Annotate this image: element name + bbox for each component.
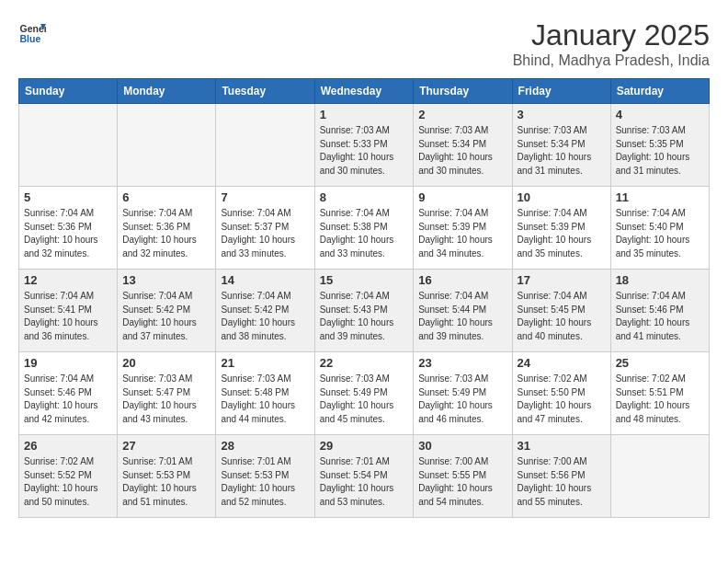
day-number: 2 bbox=[418, 108, 506, 121]
day-number: 13 bbox=[122, 273, 210, 287]
weekday-header-row: SundayMondayTuesdayWednesdayThursdayFrid… bbox=[19, 79, 710, 104]
day-number: 21 bbox=[221, 356, 309, 370]
calendar-cell: 9Sunrise: 7:04 AMSunset: 5:39 PMDaylight… bbox=[414, 187, 512, 270]
day-number: 22 bbox=[320, 356, 409, 370]
day-number: 29 bbox=[320, 439, 409, 453]
day-info: Sunrise: 7:04 AMSunset: 5:42 PMDaylight:… bbox=[221, 290, 309, 343]
day-info: Sunrise: 7:03 AMSunset: 5:33 PMDaylight:… bbox=[320, 124, 409, 178]
calendar-cell: 2Sunrise: 7:03 AMSunset: 5:34 PMDaylight… bbox=[414, 104, 512, 187]
calendar-cell bbox=[118, 104, 216, 187]
title-block: January 2025 Bhind, Madhya Pradesh, Indi… bbox=[513, 18, 710, 69]
calendar-cell: 13Sunrise: 7:04 AMSunset: 5:42 PMDayligh… bbox=[118, 270, 216, 352]
day-info: Sunrise: 7:04 AMSunset: 5:44 PMDaylight:… bbox=[418, 290, 506, 343]
day-info: Sunrise: 7:04 AMSunset: 5:41 PMDaylight:… bbox=[24, 290, 112, 343]
calendar-cell: 8Sunrise: 7:04 AMSunset: 5:38 PMDaylight… bbox=[314, 187, 414, 270]
day-info: Sunrise: 7:04 AMSunset: 5:36 PMDaylight:… bbox=[122, 207, 210, 260]
calendar-cell: 7Sunrise: 7:04 AMSunset: 5:37 PMDaylight… bbox=[216, 187, 314, 270]
weekday-header-friday: Friday bbox=[512, 79, 610, 104]
day-info: Sunrise: 7:02 AMSunset: 5:51 PMDaylight:… bbox=[616, 373, 704, 426]
location-title: Bhind, Madhya Pradesh, India bbox=[513, 52, 710, 69]
calendar-cell: 12Sunrise: 7:04 AMSunset: 5:41 PMDayligh… bbox=[19, 270, 118, 352]
day-info: Sunrise: 7:04 AMSunset: 5:39 PMDaylight:… bbox=[518, 207, 606, 260]
day-number: 6 bbox=[122, 190, 210, 204]
day-info: Sunrise: 7:04 AMSunset: 5:38 PMDaylight:… bbox=[320, 207, 409, 260]
calendar-cell: 11Sunrise: 7:04 AMSunset: 5:40 PMDayligh… bbox=[610, 187, 709, 270]
calendar-cell: 17Sunrise: 7:04 AMSunset: 5:45 PMDayligh… bbox=[512, 270, 610, 352]
day-info: Sunrise: 7:04 AMSunset: 5:42 PMDaylight:… bbox=[122, 290, 210, 343]
calendar-cell: 22Sunrise: 7:03 AMSunset: 5:49 PMDayligh… bbox=[314, 352, 414, 435]
calendar-cell: 16Sunrise: 7:04 AMSunset: 5:44 PMDayligh… bbox=[414, 270, 512, 352]
calendar-cell: 4Sunrise: 7:03 AMSunset: 5:35 PMDaylight… bbox=[610, 104, 709, 187]
day-info: Sunrise: 7:04 AMSunset: 5:36 PMDaylight:… bbox=[24, 207, 112, 260]
calendar-week-row: 1Sunrise: 7:03 AMSunset: 5:33 PMDaylight… bbox=[19, 104, 710, 187]
day-info: Sunrise: 7:00 AMSunset: 5:56 PMDaylight:… bbox=[518, 455, 606, 509]
calendar-cell: 25Sunrise: 7:02 AMSunset: 5:51 PMDayligh… bbox=[610, 352, 709, 435]
day-number: 15 bbox=[320, 273, 409, 287]
calendar-cell: 19Sunrise: 7:04 AMSunset: 5:46 PMDayligh… bbox=[19, 352, 118, 435]
calendar-cell: 20Sunrise: 7:03 AMSunset: 5:47 PMDayligh… bbox=[118, 352, 216, 435]
day-number: 16 bbox=[418, 273, 506, 287]
calendar-cell bbox=[216, 104, 314, 187]
day-info: Sunrise: 7:01 AMSunset: 5:53 PMDaylight:… bbox=[122, 455, 210, 509]
day-info: Sunrise: 7:03 AMSunset: 5:49 PMDaylight:… bbox=[320, 373, 409, 426]
day-number: 31 bbox=[518, 439, 606, 453]
day-info: Sunrise: 7:04 AMSunset: 5:43 PMDaylight:… bbox=[320, 290, 409, 343]
page-header: General Blue January 2025 Bhind, Madhya … bbox=[18, 18, 710, 69]
calendar-cell: 21Sunrise: 7:03 AMSunset: 5:48 PMDayligh… bbox=[216, 352, 314, 435]
calendar-cell: 10Sunrise: 7:04 AMSunset: 5:39 PMDayligh… bbox=[512, 187, 610, 270]
day-number: 14 bbox=[221, 273, 309, 287]
calendar-cell: 5Sunrise: 7:04 AMSunset: 5:36 PMDaylight… bbox=[19, 187, 118, 270]
day-number: 8 bbox=[320, 190, 409, 204]
calendar-cell: 14Sunrise: 7:04 AMSunset: 5:42 PMDayligh… bbox=[216, 270, 314, 352]
day-number: 11 bbox=[616, 190, 704, 204]
calendar-cell: 1Sunrise: 7:03 AMSunset: 5:33 PMDaylight… bbox=[314, 104, 414, 187]
weekday-header-monday: Monday bbox=[118, 79, 216, 104]
day-info: Sunrise: 7:01 AMSunset: 5:53 PMDaylight:… bbox=[221, 455, 309, 509]
calendar-week-row: 12Sunrise: 7:04 AMSunset: 5:41 PMDayligh… bbox=[19, 270, 710, 352]
day-info: Sunrise: 7:03 AMSunset: 5:48 PMDaylight:… bbox=[221, 373, 309, 426]
calendar-cell: 3Sunrise: 7:03 AMSunset: 5:34 PMDaylight… bbox=[512, 104, 610, 187]
day-info: Sunrise: 7:02 AMSunset: 5:52 PMDaylight:… bbox=[24, 455, 112, 509]
day-number: 26 bbox=[24, 439, 112, 453]
day-info: Sunrise: 7:01 AMSunset: 5:54 PMDaylight:… bbox=[320, 455, 409, 509]
month-title: January 2025 bbox=[513, 18, 710, 52]
day-info: Sunrise: 7:04 AMSunset: 5:37 PMDaylight:… bbox=[221, 207, 309, 260]
calendar-cell: 24Sunrise: 7:02 AMSunset: 5:50 PMDayligh… bbox=[512, 352, 610, 435]
weekday-header-sunday: Sunday bbox=[19, 79, 118, 104]
calendar-cell: 27Sunrise: 7:01 AMSunset: 5:53 PMDayligh… bbox=[118, 435, 216, 518]
day-info: Sunrise: 7:03 AMSunset: 5:49 PMDaylight:… bbox=[418, 373, 506, 426]
logo: General Blue bbox=[18, 18, 46, 46]
day-number: 30 bbox=[418, 439, 506, 453]
day-number: 28 bbox=[221, 439, 309, 453]
svg-text:Blue: Blue bbox=[20, 33, 41, 44]
calendar-cell: 29Sunrise: 7:01 AMSunset: 5:54 PMDayligh… bbox=[314, 435, 414, 518]
calendar-table: SundayMondayTuesdayWednesdayThursdayFrid… bbox=[18, 78, 710, 518]
day-info: Sunrise: 7:03 AMSunset: 5:47 PMDaylight:… bbox=[122, 373, 210, 426]
day-info: Sunrise: 7:03 AMSunset: 5:35 PMDaylight:… bbox=[616, 124, 704, 178]
day-number: 23 bbox=[418, 356, 506, 370]
calendar-cell: 23Sunrise: 7:03 AMSunset: 5:49 PMDayligh… bbox=[414, 352, 512, 435]
day-number: 20 bbox=[122, 356, 210, 370]
day-number: 9 bbox=[418, 190, 506, 204]
day-number: 12 bbox=[24, 273, 112, 287]
day-info: Sunrise: 7:03 AMSunset: 5:34 PMDaylight:… bbox=[418, 124, 506, 178]
calendar-cell bbox=[19, 104, 118, 187]
day-number: 5 bbox=[24, 190, 112, 204]
day-number: 18 bbox=[616, 273, 704, 287]
day-number: 10 bbox=[518, 190, 606, 204]
day-number: 1 bbox=[320, 108, 409, 121]
day-info: Sunrise: 7:04 AMSunset: 5:46 PMDaylight:… bbox=[24, 373, 112, 426]
calendar-week-row: 26Sunrise: 7:02 AMSunset: 5:52 PMDayligh… bbox=[19, 435, 710, 518]
day-info: Sunrise: 7:04 AMSunset: 5:45 PMDaylight:… bbox=[518, 290, 606, 343]
day-info: Sunrise: 7:00 AMSunset: 5:55 PMDaylight:… bbox=[418, 455, 506, 509]
day-number: 25 bbox=[616, 356, 704, 370]
day-number: 7 bbox=[221, 190, 309, 204]
day-number: 19 bbox=[24, 356, 112, 370]
calendar-week-row: 5Sunrise: 7:04 AMSunset: 5:36 PMDaylight… bbox=[19, 187, 710, 270]
day-number: 4 bbox=[616, 108, 704, 121]
calendar-cell: 28Sunrise: 7:01 AMSunset: 5:53 PMDayligh… bbox=[216, 435, 314, 518]
weekday-header-tuesday: Tuesday bbox=[216, 79, 314, 104]
calendar-cell: 30Sunrise: 7:00 AMSunset: 5:55 PMDayligh… bbox=[414, 435, 512, 518]
weekday-header-wednesday: Wednesday bbox=[314, 79, 414, 104]
calendar-cell bbox=[610, 435, 709, 518]
